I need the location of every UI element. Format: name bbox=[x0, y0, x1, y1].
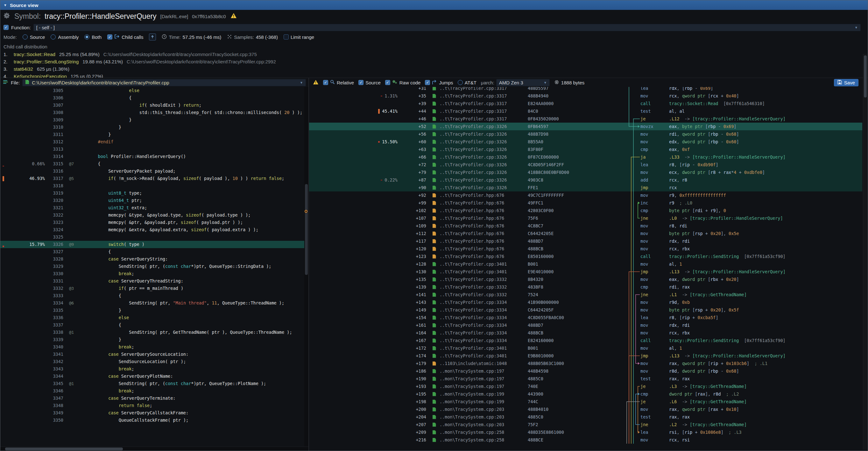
asm-row[interactable]: +149..t\TracyProfiler.cpp:3334C64424205F… bbox=[309, 306, 862, 314]
asm-row[interactable]: +109..t\TracyProfiler.hpp:6764C8BC7movr8… bbox=[309, 222, 862, 230]
child-calls-toggle[interactable]: Child calls bbox=[107, 34, 143, 40]
asm-row[interactable]: +52..t\TracyProfiler.cpp:33260FB64597mov… bbox=[309, 123, 862, 130]
asm-source-location[interactable]: ..t\TracyProfiler.cpp:3326 bbox=[440, 130, 528, 138]
source-line[interactable]: 3324 memcpy( &extra, &payload.extra, siz… bbox=[0, 226, 308, 234]
asm-row[interactable]: +167..t\TracyProfiler.cpp:3334E824160000… bbox=[309, 337, 862, 344]
att-radio[interactable] bbox=[458, 80, 463, 85]
asm-source-location[interactable]: ..mon\TracySystem.cpp:203 bbox=[440, 413, 528, 421]
asm-row[interactable]: +63..t\TracyProfiler.cpp:332683F80Fcmpea… bbox=[309, 146, 862, 153]
asm-source-location[interactable]: ..t\TracyProfiler.cpp:3326 bbox=[440, 146, 528, 153]
asm-row[interactable]: +164..t\TracyProfiler.cpp:3334488BCBmovr… bbox=[309, 329, 862, 337]
asm-source-location[interactable]: ..t\TracyProfiler.hpp:676 bbox=[440, 245, 528, 252]
asm-row[interactable]: +112..t\TracyProfiler.hpp:676C64424205Em… bbox=[309, 230, 862, 237]
asm-source-location[interactable]: ..t\TracyProfiler.cpp:3334 bbox=[440, 321, 528, 329]
source-line[interactable]: 0.66%3315@7 { bbox=[0, 160, 308, 168]
source-line[interactable]: 3327 { bbox=[0, 248, 308, 255]
source-code-view[interactable]: 3305 else3306 {3307 if( shouldExit ) ret… bbox=[0, 87, 308, 447]
source-line[interactable]: 3322 memcpy( &type, &payload.type, sizeo… bbox=[0, 211, 308, 219]
asm-source-location[interactable]: ..mon\TracySystem.cpp:199 bbox=[440, 390, 528, 398]
radio-assembly[interactable] bbox=[51, 34, 56, 39]
asm-row[interactable]: +120..t\TracyProfiler.hpp:676488BCBmovrc… bbox=[309, 245, 862, 252]
source-checkbox[interactable] bbox=[359, 80, 364, 85]
asm-source-location[interactable]: ..mon\TracySystem.cpp:197 bbox=[440, 375, 528, 383]
asm-source-location[interactable]: ..t\TracyProfiler.cpp:3332 bbox=[440, 275, 528, 283]
asm-source-location[interactable]: ..t\TracyProfiler.cpp:3332 bbox=[440, 283, 528, 291]
source-vertical-scrollbar[interactable] bbox=[304, 87, 308, 447]
asm-source-location[interactable]: ..t\TracyProfiler.hpp:676 bbox=[440, 230, 528, 237]
asm-source-location[interactable]: ..t\TracyProfiler.cpp:3317 bbox=[440, 100, 528, 107]
asm-row[interactable]: +204..mon\TracySystem.cpp:2034885C0testr… bbox=[309, 413, 862, 421]
asm-source-location[interactable]: ..t\TracyProfiler.cpp:3326 bbox=[440, 138, 528, 146]
source-line[interactable]: 3344 case ServerQueryPlotName: bbox=[0, 373, 308, 380]
asm-source-location[interactable]: ..t\TracyProfiler.cpp:3332 bbox=[440, 291, 528, 298]
source-line[interactable]: 3334@6 SendString( ptr, "Main thread", 1… bbox=[0, 299, 308, 307]
asm-row[interactable]: +195..mon\TracySystem.cpp:199443900cmpdw… bbox=[309, 390, 862, 398]
asm-row[interactable]: +139..t\TracyProfiler.cpp:3332483BF8cmpr… bbox=[309, 283, 862, 291]
asm-source-location[interactable]: ..t\TracyProfiler.cpp:3317 bbox=[440, 87, 528, 92]
asm-row[interactable]: +46..t\TracyProfiler.cpp:33170F843502000… bbox=[309, 115, 862, 123]
asm-source-location[interactable]: ..mon\TracySystem.cpp:197 bbox=[440, 367, 528, 375]
scrollbar-thumb[interactable] bbox=[305, 184, 308, 275]
radio-source[interactable] bbox=[23, 34, 28, 39]
asm-source-location[interactable]: ..mon\TracySystem.cpp:197 bbox=[440, 383, 528, 390]
asm-source-location[interactable]: ..t\TracyProfiler.hpp:676 bbox=[440, 252, 528, 260]
asm-row[interactable]: +66..t\TracyProfiler.cpp:33260F87CE06000… bbox=[309, 153, 862, 161]
asm-source-location[interactable]: ..t\TracyProfiler.cpp:3334 bbox=[440, 298, 528, 306]
jumps-toggle[interactable]: Jumps bbox=[425, 80, 453, 85]
asm-source-location[interactable]: ..1103\include\atomic:1048 bbox=[440, 360, 528, 367]
asm-row[interactable]: +209..mon\TracySystem.cpp:258488D35E8861… bbox=[309, 428, 862, 436]
source-line[interactable]: 3338@1 SendString( ptr, GetThreadName( p… bbox=[0, 329, 308, 336]
source-line[interactable]: 3346 break; bbox=[0, 387, 308, 395]
asm-source-location[interactable]: ..t\TracyProfiler.cpp:3317 bbox=[440, 92, 528, 100]
asm-row[interactable]: 45.41%+44..t\TracyProfiler.cpp:331784C0t… bbox=[309, 107, 862, 115]
asm-row[interactable]: +92..t\TracyProfiler.hpp:67649C7C1FFFFFF… bbox=[309, 191, 862, 199]
scrollbar-thumb[interactable] bbox=[864, 55, 867, 97]
source-line[interactable]: 3323 memcpy( &ptr, &payload.ptr, sizeof(… bbox=[0, 219, 308, 226]
asm-row[interactable]: 15.50%+60..t\TracyProfiler.cpp:33268B55A… bbox=[309, 138, 862, 146]
asm-row[interactable]: +117..t\TracyProfiler.hpp:676488BD7movrd… bbox=[309, 237, 862, 245]
asm-row[interactable]: 1.31%+35..t\TracyProfiler.cpp:3317488B49… bbox=[309, 92, 862, 100]
asm-source-location[interactable]: ..t\TracyProfiler.cpp:3401 bbox=[440, 352, 528, 360]
source-line[interactable]: 3325 bbox=[0, 234, 308, 241]
asm-row[interactable]: +130..t\TracyProfiler.cpp:3401E9E4010000… bbox=[309, 268, 862, 275]
asm-row[interactable]: +39..t\TracyProfiler.cpp:3317E824AA0000c… bbox=[309, 100, 862, 107]
asm-source-location[interactable]: ..t\TracyProfiler.cpp:3326 bbox=[440, 169, 528, 176]
source-line[interactable]: 3319 uint8_t type; bbox=[0, 189, 308, 197]
asm-row[interactable]: +79..t\TracyProfiler.cpp:3326418B8C80E0B… bbox=[309, 169, 862, 176]
asm-row[interactable]: +135..t\TracyProfiler.cpp:33328B4320move… bbox=[309, 275, 862, 283]
limit-range-toggle[interactable]: Limit range bbox=[284, 34, 314, 40]
source-line[interactable]: 3345@1 SendString( ptr, (const char*)ptr… bbox=[0, 380, 308, 387]
radio-both[interactable] bbox=[84, 34, 89, 39]
asm-row[interactable]: +174..t\TracyProfiler.cpp:3401E9B8010000… bbox=[309, 352, 862, 360]
asm-source-location[interactable]: ..t\TracyProfiler.cpp:3401 bbox=[440, 344, 528, 352]
asm-source-location[interactable]: ..t\TracyProfiler.cpp:3334 bbox=[440, 337, 528, 344]
asm-source-location[interactable]: ..t\TracyProfiler.hpp:676 bbox=[440, 237, 528, 245]
asm-source-location[interactable]: ..mon\TracySystem.cpp:258 bbox=[440, 436, 528, 444]
asm-source-location[interactable]: ..t\TracyProfiler.cpp:3326 bbox=[440, 161, 528, 169]
source-line[interactable]: 3309 } bbox=[0, 116, 308, 124]
titlebar[interactable]: ▼ Source view bbox=[0, 0, 868, 10]
source-line[interactable]: 3318 bbox=[0, 182, 308, 189]
source-line[interactable]: 3349 case ServerQueryCallstackFrame: bbox=[0, 409, 308, 417]
asm-source-location[interactable]: ..t\TracyProfiler.cpp:3326 bbox=[440, 184, 528, 191]
function-checkbox[interactable] bbox=[3, 25, 9, 30]
relative-toggle[interactable]: Relative bbox=[323, 80, 354, 85]
source-line[interactable]: 3340 break; bbox=[0, 343, 308, 351]
asm-row[interactable]: +107..t\TracyProfiler.hpp:67675F6jne.L0 … bbox=[309, 214, 862, 222]
asm-row[interactable]: +143..t\TracyProfiler.cpp:333441B90B0000… bbox=[309, 298, 862, 306]
relative-checkbox[interactable] bbox=[323, 80, 328, 85]
asm-row[interactable]: +190..mon\TracySystem.cpp:1974885C0testr… bbox=[309, 375, 862, 383]
parent-symbol-button[interactable] bbox=[149, 33, 156, 40]
child-call-function[interactable]: tracy::Socket::Read bbox=[14, 52, 55, 57]
asm-source-location[interactable]: ..t\TracyProfiler.hpp:676 bbox=[440, 199, 528, 207]
asm-source-location[interactable]: ..t\TracyProfiler.cpp:3334 bbox=[440, 306, 528, 314]
child-call-entry[interactable]: 4.KeSynchronizeExecution125 μs (0.27%) bbox=[3, 72, 865, 78]
assembly-view[interactable]: +31..t\TracyProfiler.cpp:3317488D5597lea… bbox=[309, 87, 862, 451]
source-line[interactable]: 3321 uint32_t extra; bbox=[0, 204, 308, 211]
asm-source-location[interactable]: ..mon\TracySystem.cpp:203 bbox=[440, 421, 528, 428]
asm-row[interactable]: +102..t\TracyProfiler.hpp:67642803C0F00c… bbox=[309, 207, 862, 214]
child-call-entry[interactable]: 2.tracy::Profiler::SendLongString19.88 m… bbox=[3, 58, 865, 65]
asm-row[interactable]: +198..mon\TracySystem.cpp:199744Cje.L6 -… bbox=[309, 398, 862, 405]
source-line[interactable]: 3312 #endif bbox=[0, 138, 308, 146]
source-horizontal-scrollbar[interactable] bbox=[0, 447, 308, 451]
